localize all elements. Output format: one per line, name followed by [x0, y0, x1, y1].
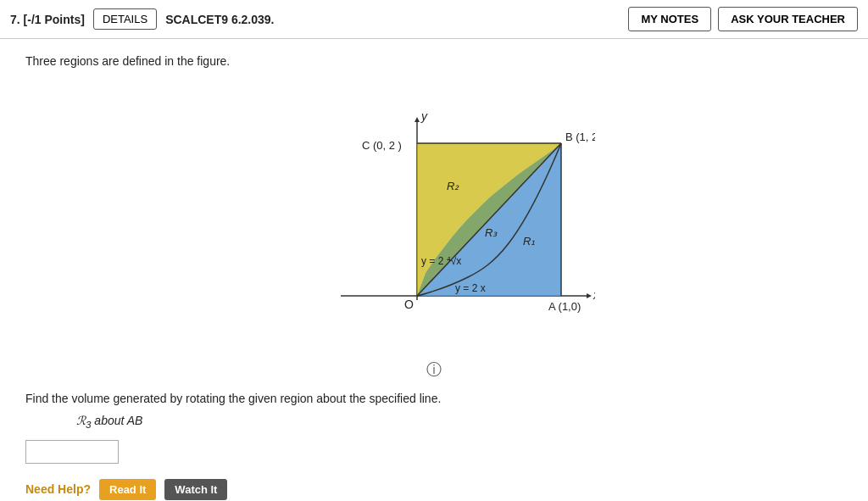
- question-number: 7. [-/1 Points]: [10, 13, 85, 26]
- point-b-label: B (1, 2 ): [565, 131, 595, 143]
- figure-area: y x O C (0, 2 ) B (1, 2 ) A (1,0) R₂ R₃ …: [25, 80, 843, 351]
- origin-label: O: [404, 298, 414, 311]
- need-help-label: Need Help?: [25, 482, 91, 496]
- read-it-button[interactable]: Read It: [99, 479, 156, 500]
- x-axis-label: x: [593, 288, 595, 302]
- svg-marker-1: [587, 293, 592, 298]
- region-italic: ℛ3 about AB: [76, 414, 142, 427]
- answer-input[interactable]: [25, 440, 119, 464]
- svg-marker-3: [415, 117, 420, 122]
- curve2-label: y = 2 x: [455, 282, 486, 294]
- figure-svg: y x O C (0, 2 ) B (1, 2 ) A (1,0) R₂ R₃ …: [273, 80, 595, 351]
- top-bar-left: 7. [-/1 Points] DETAILS SCALCET9 6.2.039…: [10, 8, 275, 30]
- ask-teacher-button[interactable]: ASK YOUR TEACHER: [718, 7, 858, 31]
- r1-label: R₁: [523, 235, 535, 248]
- top-bar-right: MY NOTES ASK YOUR TEACHER: [628, 7, 858, 31]
- region-about-label: ℛ3 about AB: [76, 414, 843, 430]
- question-text: Find the volume generated by rotating th…: [25, 392, 843, 405]
- info-icon-area: ⓘ: [25, 359, 843, 380]
- details-button[interactable]: DETAILS: [93, 8, 157, 30]
- my-notes-button[interactable]: MY NOTES: [628, 7, 711, 31]
- need-help-row: Need Help? Read It Watch It: [25, 479, 843, 500]
- y-axis-label: y: [420, 109, 428, 123]
- r2-label: R₂: [447, 180, 459, 192]
- problem-code: SCALCET9 6.2.039.: [165, 13, 274, 26]
- main-content: Three regions are defined in the figure.: [0, 39, 868, 501]
- r3-label: R₃: [485, 226, 498, 239]
- point-a-label: A (1,0): [548, 300, 581, 313]
- info-icon: ⓘ: [426, 359, 442, 380]
- top-bar: 7. [-/1 Points] DETAILS SCALCET9 6.2.039…: [0, 0, 868, 39]
- curve1-label: y = 2 ⁴√x: [421, 255, 461, 267]
- watch-it-button[interactable]: Watch It: [164, 479, 227, 500]
- point-c-label: C (0, 2 ): [362, 139, 402, 152]
- problem-description: Three regions are defined in the figure.: [25, 54, 843, 68]
